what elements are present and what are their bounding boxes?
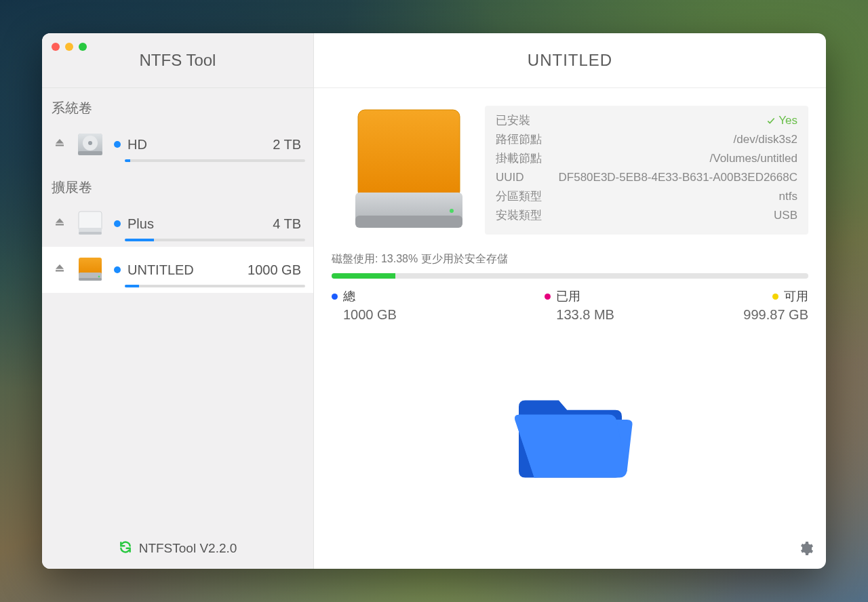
svg-rect-6	[56, 224, 64, 225]
drive-icon-large	[348, 106, 470, 235]
info-mounted-value: Yes	[766, 111, 797, 130]
main-panel: UNTITLED 已安裝	[314, 33, 826, 569]
footer-version: NTFSTool V2.2.0	[139, 541, 237, 556]
eject-button[interactable]	[46, 262, 73, 277]
external-drive-icon	[73, 207, 107, 241]
used-label: 已用	[556, 289, 580, 303]
svg-rect-9	[79, 232, 102, 235]
info-path-value: /dev/disk3s2	[734, 130, 798, 149]
total-label: 總	[343, 289, 355, 303]
sidebar-footer: NTFSTool V2.2.0	[42, 528, 313, 569]
status-dot	[114, 266, 121, 273]
section-system-label: 系統卷	[42, 88, 313, 121]
volume-name: UNTITLED	[127, 262, 194, 278]
svg-point-19	[450, 209, 454, 213]
info-install-value: USB	[774, 206, 797, 225]
usage-legend: 總 1000 GB 已用 133.8 MB 可用 999.87 GB	[332, 288, 808, 323]
info-install-label: 安裝類型	[496, 206, 542, 225]
eject-button[interactable]	[46, 137, 73, 152]
app-window: NTFS Tool 系統卷 HD	[42, 33, 826, 569]
avail-dot	[772, 294, 778, 300]
svg-point-4	[88, 141, 92, 145]
main-title: UNTITLED	[314, 33, 826, 88]
status-dot	[114, 220, 121, 227]
info-mount-value: /Volumes/untitled	[710, 149, 797, 168]
total-dot	[332, 294, 338, 300]
close-button[interactable]	[52, 43, 60, 51]
disk-usage-label: 磁盤使用: 13.38% 更少用於安全存儲	[332, 252, 808, 266]
info-mounted-label: 已安裝	[496, 111, 530, 130]
volume-size: 1000 GB	[248, 262, 305, 278]
volume-row-plus[interactable]: Plus 4 TB	[42, 201, 313, 247]
volume-row-untitled[interactable]: UNTITLED 1000 GB	[42, 247, 313, 293]
refresh-icon[interactable]	[119, 540, 132, 557]
used-value: 133.8 MB	[545, 307, 676, 323]
volume-size: 2 TB	[273, 137, 305, 153]
window-controls	[52, 43, 87, 51]
volume-row-hd[interactable]: HD 2 TB	[42, 121, 313, 167]
minimize-button[interactable]	[65, 43, 73, 51]
internal-drive-icon	[73, 127, 107, 161]
svg-rect-18	[355, 216, 462, 228]
svg-rect-10	[56, 270, 64, 271]
open-folder-button[interactable]	[314, 323, 826, 569]
disk-usage-bar	[332, 273, 808, 279]
svg-point-14	[98, 276, 100, 278]
avail-label: 可用	[784, 289, 808, 303]
app-title: NTFS Tool	[42, 33, 313, 88]
usage-bar	[125, 285, 305, 287]
volume-size: 4 TB	[273, 216, 305, 232]
svg-rect-5	[78, 151, 102, 155]
svg-rect-7	[79, 212, 102, 230]
total-value: 1000 GB	[332, 307, 463, 323]
info-partition-value: ntfs	[779, 187, 797, 206]
info-uuid-label: UUID	[496, 168, 524, 187]
info-uuid-value: DF580E3D-5EB8-4E33-B631-A00B3ED2668C	[559, 168, 797, 187]
svg-rect-13	[79, 278, 102, 281]
avail-value: 999.87 GB	[677, 307, 808, 323]
used-dot	[545, 294, 551, 300]
info-partition-label: 分區類型	[496, 187, 542, 206]
volume-name: HD	[127, 137, 147, 153]
maximize-button[interactable]	[79, 43, 87, 51]
external-drive-orange-icon	[73, 253, 107, 287]
usage-bar	[125, 239, 305, 241]
svg-rect-15	[358, 110, 460, 198]
eject-button[interactable]	[46, 216, 73, 231]
info-table: 已安裝 Yes 路徑節點 /dev/disk3s2 掛載節點 /Volumes/…	[485, 106, 808, 235]
info-mount-label: 掛載節點	[496, 149, 542, 168]
usage-bar	[125, 159, 305, 162]
info-path-label: 路徑節點	[496, 130, 542, 149]
svg-rect-0	[56, 144, 64, 146]
sidebar: NTFS Tool 系統卷 HD	[42, 33, 314, 569]
section-ext-label: 擴展卷	[42, 167, 313, 201]
settings-button[interactable]	[797, 540, 814, 559]
volume-name: Plus	[127, 216, 154, 232]
status-dot	[114, 141, 121, 148]
